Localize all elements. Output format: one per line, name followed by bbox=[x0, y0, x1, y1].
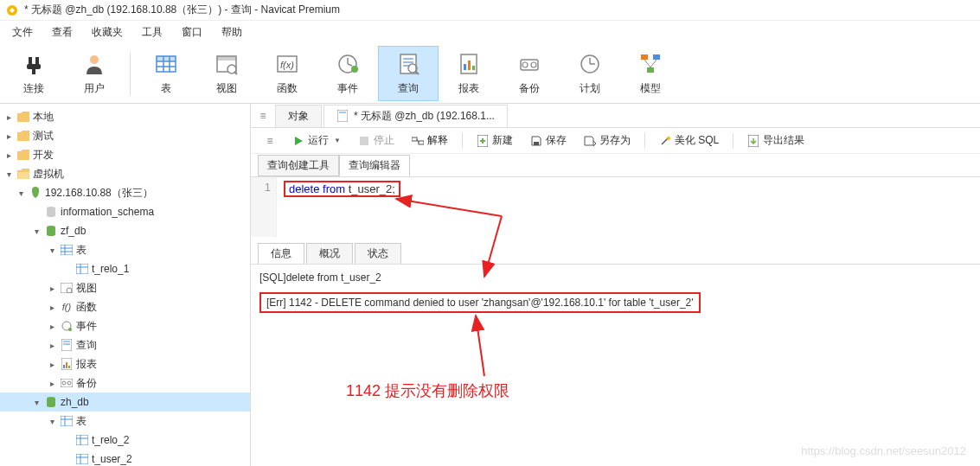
table-button[interactable]: 表 bbox=[136, 46, 196, 101]
svg-rect-11 bbox=[157, 56, 176, 61]
svg-rect-57 bbox=[61, 339, 72, 351]
svg-rect-3 bbox=[27, 64, 41, 69]
table-group-icon bbox=[59, 416, 74, 426]
backup-button[interactable]: 备份 bbox=[499, 46, 560, 101]
line-gutter: 1 bbox=[251, 177, 277, 237]
result-tabs: 信息 概况 状态 bbox=[251, 242, 980, 265]
tree-folder-local[interactable]: ▸本地 bbox=[0, 107, 250, 126]
model-icon bbox=[637, 50, 664, 78]
tree-folder-dev[interactable]: ▸开发 bbox=[0, 145, 250, 164]
sql-echo-text: [SQL]delete from t_user_2 bbox=[259, 271, 971, 284]
expand-icon[interactable]: ▸ bbox=[3, 131, 14, 141]
report-icon bbox=[59, 358, 74, 370]
menu-tools[interactable]: 工具 bbox=[133, 22, 171, 43]
editor-mode-tabs: 查询创建工具 查询编辑器 bbox=[251, 154, 980, 176]
collapse-icon[interactable]: ▾ bbox=[16, 188, 26, 198]
result-tab-profile[interactable]: 概况 bbox=[306, 243, 353, 264]
menu-file[interactable]: 文件 bbox=[3, 22, 42, 43]
beautify-button[interactable]: 美化 SQL bbox=[652, 131, 726, 150]
view-button[interactable]: 视图 bbox=[196, 46, 257, 101]
tree-db-infoschema[interactable]: information_schema bbox=[0, 202, 250, 221]
dropdown-icon: ▼ bbox=[334, 137, 341, 144]
tree-folder-vm[interactable]: ▾虚拟机 bbox=[0, 164, 250, 183]
tree-db-zhdb[interactable]: ▾zh_db bbox=[0, 393, 250, 412]
new-icon bbox=[477, 135, 489, 147]
svg-rect-32 bbox=[521, 60, 538, 70]
expand-icon[interactable]: ▸ bbox=[3, 150, 14, 160]
expand-icon[interactable]: ▸ bbox=[47, 322, 57, 331]
export-button[interactable]: 导出结果 bbox=[740, 131, 811, 150]
tab-query-editor[interactable]: 查询编辑器 bbox=[339, 155, 410, 176]
expand-icon[interactable]: ▸ bbox=[47, 341, 57, 350]
code-area[interactable]: delete from t_user_2; bbox=[277, 177, 980, 237]
expand-icon[interactable]: ▸ bbox=[47, 360, 57, 369]
model-button[interactable]: 模型 bbox=[620, 46, 681, 101]
collapse-icon[interactable]: ▾ bbox=[3, 169, 14, 179]
menu-view[interactable]: 查看 bbox=[43, 22, 81, 43]
tree-backups-zfdb[interactable]: ▸备份 bbox=[0, 373, 250, 393]
svg-line-93 bbox=[476, 316, 484, 376]
sql-editor[interactable]: 1 delete from t_user_2; bbox=[251, 176, 980, 237]
menu-help[interactable]: 帮助 bbox=[213, 22, 251, 43]
report-button[interactable]: 报表 bbox=[439, 46, 499, 101]
saveas-button[interactable]: 另存为 bbox=[577, 131, 637, 150]
tree-table-trelo1[interactable]: t_relo_1 bbox=[0, 259, 250, 278]
svg-point-5 bbox=[90, 55, 99, 64]
expand-icon[interactable]: ▸ bbox=[3, 112, 14, 122]
tree-tables-zfdb[interactable]: ▾表 bbox=[0, 240, 250, 259]
expand-icon[interactable]: ▸ bbox=[47, 379, 57, 388]
function-icon: f(x) bbox=[273, 50, 301, 78]
query-button[interactable]: 查询 bbox=[378, 46, 439, 101]
save-button[interactable]: 保存 bbox=[523, 131, 573, 150]
plug-icon bbox=[20, 50, 48, 78]
user-button[interactable]: 用户 bbox=[64, 46, 125, 101]
tree-tables-zhdb[interactable]: ▾表 bbox=[0, 412, 250, 431]
tab-editor[interactable]: * 无标题 @zh_db (192.168.1... bbox=[323, 105, 508, 127]
svg-rect-31 bbox=[472, 66, 475, 70]
new-button[interactable]: 新建 bbox=[470, 131, 520, 150]
result-tab-status[interactable]: 状态 bbox=[355, 243, 401, 264]
tree-reports-zfdb[interactable]: ▸报表 bbox=[0, 354, 250, 373]
explain-button[interactable]: 解释 bbox=[405, 131, 455, 150]
connect-button[interactable]: 连接 bbox=[3, 46, 64, 101]
backup-icon bbox=[516, 50, 543, 78]
result-tab-msg[interactable]: 信息 bbox=[258, 243, 304, 264]
tab-query-builder[interactable]: 查询创建工具 bbox=[258, 155, 339, 176]
collapse-icon[interactable]: ▾ bbox=[47, 246, 57, 255]
folder-icon bbox=[16, 131, 31, 141]
tree-funcs-zfdb[interactable]: ▸f()函数 bbox=[0, 297, 250, 316]
tree-queries-zfdb[interactable]: ▸查询 bbox=[0, 335, 250, 354]
explain-icon bbox=[412, 135, 424, 147]
run-button[interactable]: 运行▼ bbox=[285, 131, 348, 150]
svg-rect-63 bbox=[68, 366, 70, 368]
collapse-icon[interactable]: ▾ bbox=[31, 227, 42, 236]
svg-rect-83 bbox=[419, 141, 424, 144]
event-button[interactable]: 事件 bbox=[317, 46, 378, 101]
svg-rect-46 bbox=[61, 245, 73, 255]
svg-rect-40 bbox=[647, 67, 654, 73]
tree-table-tuser2[interactable]: t_user_2 bbox=[0, 450, 250, 466]
tab-objects[interactable]: 对象 bbox=[275, 105, 322, 127]
tree-table-trelo2[interactable]: t_relo_2 bbox=[0, 431, 250, 450]
collapse-icon[interactable]: ▾ bbox=[31, 398, 42, 407]
collapse-icon[interactable]: ▾ bbox=[47, 417, 57, 426]
tabs-menu-icon[interactable]: ≡ bbox=[251, 110, 275, 122]
table-icon bbox=[74, 264, 90, 274]
toolbar-menu-icon[interactable]: ≡ bbox=[258, 135, 282, 147]
tree-db-zfdb[interactable]: ▾zf_db bbox=[0, 221, 250, 240]
document-tabs: ≡ 对象 * 无标题 @zh_db (192.168.1... bbox=[251, 104, 980, 128]
menu-fav[interactable]: 收藏夹 bbox=[83, 22, 131, 43]
tree-events-zfdb[interactable]: ▸事件 bbox=[0, 316, 250, 335]
tree-views-zfdb[interactable]: ▸视图 bbox=[0, 278, 250, 297]
menu-bar: 文件 查看 收藏夹 工具 窗口 帮助 bbox=[0, 21, 980, 43]
expand-icon[interactable]: ▸ bbox=[47, 284, 57, 293]
svg-line-20 bbox=[348, 64, 352, 66]
folder-open-icon bbox=[16, 169, 31, 179]
expand-icon[interactable]: ▸ bbox=[47, 303, 57, 312]
menu-window[interactable]: 窗口 bbox=[173, 22, 211, 43]
tree-folder-test[interactable]: ▸测试 bbox=[0, 126, 250, 145]
function-button[interactable]: f(x) 函数 bbox=[257, 46, 317, 101]
tree-connection[interactable]: ▾192.168.10.88（张三） bbox=[0, 183, 250, 202]
window-title: * 无标题 @zh_db (192.168.10.88（张三）) - 查询 - … bbox=[24, 3, 340, 17]
schedule-button[interactable]: 计划 bbox=[560, 46, 620, 101]
